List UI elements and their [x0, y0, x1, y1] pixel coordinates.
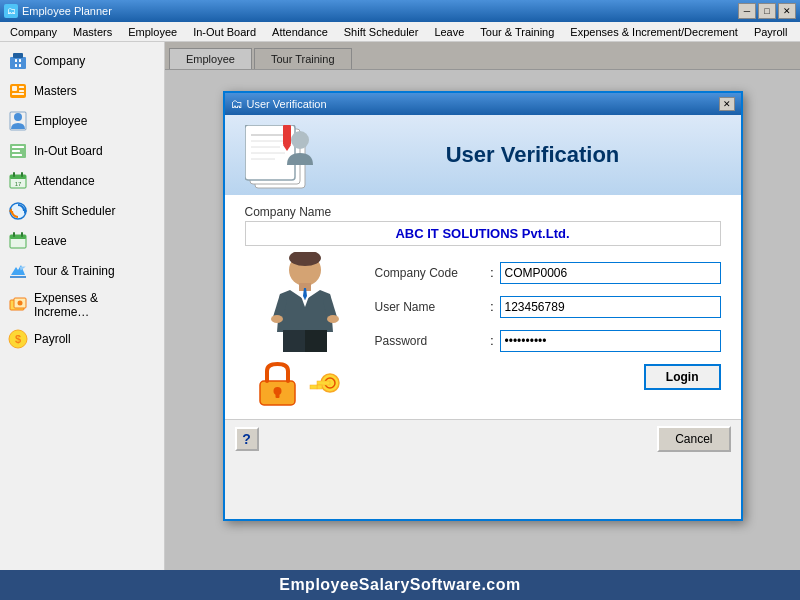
password-row: Password :: [375, 330, 721, 352]
footer-text: EmployeeSalarySoftware.com: [279, 576, 521, 594]
menu-expenses[interactable]: Expenses & Increment/Decrement: [562, 24, 746, 40]
menu-bar: Company Masters Employee In-Out Board At…: [0, 22, 800, 42]
dialog-close-button[interactable]: ✕: [719, 97, 735, 111]
menu-leave[interactable]: Leave: [426, 24, 472, 40]
svg-point-45: [291, 131, 309, 149]
tour-label: Tour & Training: [34, 264, 115, 278]
svg-rect-10: [12, 93, 24, 95]
svg-point-32: [18, 301, 23, 306]
dialog-title-text: User Verification: [247, 98, 327, 110]
svg-rect-3: [19, 59, 21, 62]
dialog-icon: 🗂: [231, 97, 243, 111]
svg-rect-18: [10, 175, 26, 179]
window-controls: ─ □ ✕: [738, 3, 796, 19]
menu-shift[interactable]: Shift Scheduler: [336, 24, 427, 40]
masters-label: Masters: [34, 84, 77, 98]
modal-overlay: 🗂 User Verification ✕: [165, 42, 800, 570]
company-name-label: Company Name: [245, 205, 721, 219]
svg-rect-0: [10, 57, 26, 69]
dialog-title-bar: 🗂 User Verification ✕: [225, 93, 741, 115]
svg-rect-16: [12, 154, 22, 156]
expenses-label: Expenses & Increme…: [34, 291, 156, 319]
form-fields: Company Code : User Name : Password: [375, 252, 721, 409]
username-input[interactable]: [500, 296, 721, 318]
sidebar-item-employee[interactable]: Employee: [0, 106, 164, 136]
menu-tour[interactable]: Tour & Training: [472, 24, 562, 40]
sidebar-item-masters[interactable]: Masters: [0, 76, 164, 106]
cancel-button[interactable]: Cancel: [657, 426, 730, 452]
main-content: Company Masters: [0, 42, 800, 570]
shift-label: Shift Scheduler: [34, 204, 115, 218]
password-label: Password: [375, 334, 485, 348]
sidebar-item-company[interactable]: Company: [0, 46, 164, 76]
footer-bar: EmployeeSalarySoftware.com: [0, 570, 800, 600]
person-avatar: [265, 252, 345, 357]
menu-company[interactable]: Company: [2, 24, 65, 40]
app-title: Employee Planner: [22, 5, 112, 17]
svg-rect-26: [10, 235, 26, 239]
company-icon: [8, 51, 28, 71]
header-graphic: [245, 125, 345, 185]
dialog-title-left: 🗂 User Verification: [231, 97, 327, 111]
sidebar-item-attendance[interactable]: 17 Attendance: [0, 166, 164, 196]
username-label: User Name: [375, 300, 485, 314]
svg-rect-20: [21, 172, 23, 177]
payroll-label: Payroll: [34, 332, 71, 346]
attendance-label: Attendance: [34, 174, 95, 188]
menu-attendance[interactable]: Attendance: [264, 24, 336, 40]
svg-rect-52: [283, 330, 305, 352]
dialog-header-title: User Verification: [345, 142, 721, 168]
menu-employee[interactable]: Employee: [120, 24, 185, 40]
expenses-icon: [8, 295, 28, 315]
employee-label: Employee: [34, 114, 87, 128]
svg-rect-4: [15, 64, 17, 67]
svg-text:$: $: [15, 333, 21, 345]
inout-icon: [8, 141, 28, 161]
svg-rect-60: [317, 381, 330, 385]
login-btn-row: Login: [375, 364, 721, 390]
leave-label: Leave: [34, 234, 67, 248]
svg-rect-14: [12, 146, 24, 148]
username-row: User Name :: [375, 296, 721, 318]
svg-rect-43: [283, 125, 291, 145]
menu-masters[interactable]: Masters: [65, 24, 120, 40]
sidebar-item-leave[interactable]: Leave: [0, 226, 164, 256]
form-area: Company Code : User Name : Password: [245, 252, 721, 409]
right-area: Employee Tour Training 🗂 User Verificati…: [165, 42, 800, 570]
sidebar-item-shift[interactable]: Shift Scheduler: [0, 196, 164, 226]
company-code-colon: :: [485, 266, 500, 280]
company-name-value: ABC IT SOLUTIONS Pvt.Ltd.: [245, 221, 721, 246]
maximize-button[interactable]: □: [758, 3, 776, 19]
sidebar-item-expenses[interactable]: Expenses & Increme…: [0, 286, 164, 324]
lock-key-area: [255, 361, 355, 409]
menu-payroll[interactable]: Payroll: [746, 24, 796, 40]
svg-rect-7: [12, 86, 17, 91]
sidebar-item-tour[interactable]: Tour & Training: [0, 256, 164, 286]
company-code-row: Company Code :: [375, 262, 721, 284]
svg-rect-2: [15, 59, 17, 62]
svg-text:17: 17: [15, 181, 22, 187]
company-code-input[interactable]: [500, 262, 721, 284]
dialog-header: User Verification: [225, 115, 741, 195]
svg-rect-28: [21, 232, 23, 237]
sidebar-item-payroll[interactable]: $ Payroll: [0, 324, 164, 354]
svg-point-49: [271, 315, 283, 323]
sidebar: Company Masters: [0, 42, 165, 570]
avatar-area: [245, 252, 365, 409]
svg-rect-27: [13, 232, 15, 237]
svg-rect-57: [275, 391, 279, 398]
help-button[interactable]: ?: [235, 427, 259, 451]
menu-inout[interactable]: In-Out Board: [185, 24, 264, 40]
sidebar-item-inout[interactable]: In-Out Board: [0, 136, 164, 166]
username-colon: :: [485, 300, 500, 314]
employee-sidebar-icon: [8, 111, 28, 131]
minimize-button[interactable]: ─: [738, 3, 756, 19]
svg-rect-9: [19, 90, 24, 92]
inout-label: In-Out Board: [34, 144, 103, 158]
app-icon: 🗂: [4, 4, 18, 18]
svg-rect-53: [305, 330, 327, 352]
login-button[interactable]: Login: [644, 364, 721, 390]
window-close-button[interactable]: ✕: [778, 3, 796, 19]
password-input[interactable]: [500, 330, 721, 352]
user-verification-dialog: 🗂 User Verification ✕: [223, 91, 743, 521]
